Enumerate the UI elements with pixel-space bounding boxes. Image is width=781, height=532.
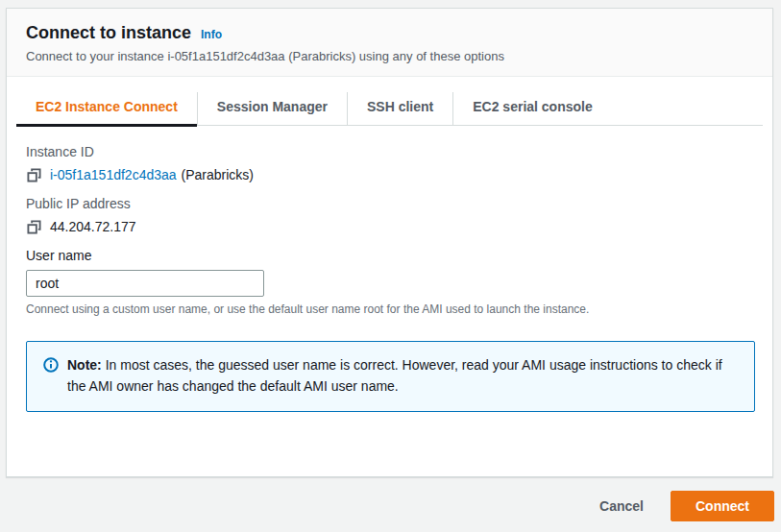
connect-to-instance-card: Connect to instance Info Connect to your… xyxy=(6,8,773,477)
cancel-button[interactable]: Cancel xyxy=(599,498,644,514)
instance-id-label: Instance ID xyxy=(26,143,755,160)
tab-list: EC2 Instance Connect Session Manager SSH… xyxy=(16,92,763,126)
tab-ec2-instance-connect[interactable]: EC2 Instance Connect xyxy=(16,92,197,125)
public-ip-label: Public IP address xyxy=(26,195,755,212)
instance-name-suffix: (Parabricks) xyxy=(182,167,254,182)
note-text: Note: In most cases, the guessed user na… xyxy=(67,354,739,397)
info-link[interactable]: Info xyxy=(201,28,222,41)
page-subtitle: Connect to your instance i-05f1a151df2c4… xyxy=(26,49,753,64)
page-title: Connect to instance xyxy=(26,22,191,43)
note-body: In most cases, the guessed user name is … xyxy=(67,357,722,394)
tabs-container: EC2 Instance Connect Session Manager SSH… xyxy=(7,77,772,126)
title-row: Connect to instance Info xyxy=(26,22,753,43)
public-ip-row: 44.204.72.177 xyxy=(26,219,755,234)
username-input[interactable] xyxy=(26,270,264,297)
tab-ec2-serial-console[interactable]: EC2 serial console xyxy=(452,92,612,125)
info-circle-icon xyxy=(43,357,59,376)
tab-panel-ec2-instance-connect: Instance ID i-05f1a151df2c4d3aa (Parabri… xyxy=(7,126,772,412)
copy-icon[interactable] xyxy=(26,167,41,182)
note-prefix: Note: xyxy=(67,357,102,373)
note-alert: Note: In most cases, the guessed user na… xyxy=(26,341,755,412)
username-help-text: Connect using a custom user name, or use… xyxy=(26,302,755,317)
public-ip-value: 44.204.72.177 xyxy=(50,219,136,234)
instance-id-link[interactable]: i-05f1a151df2c4d3aa xyxy=(50,167,177,182)
username-section: User name Connect using a custom user na… xyxy=(26,247,755,317)
copy-icon[interactable] xyxy=(26,219,41,234)
connect-button[interactable]: Connect xyxy=(671,491,774,521)
card-header: Connect to instance Info Connect to your… xyxy=(7,9,772,77)
username-label: User name xyxy=(26,247,755,264)
footer-actions: Cancel Connect xyxy=(599,491,774,521)
instance-id-row: i-05f1a151df2c4d3aa (Parabricks) xyxy=(26,167,755,182)
tab-session-manager[interactable]: Session Manager xyxy=(197,92,347,125)
tab-ssh-client[interactable]: SSH client xyxy=(347,92,452,125)
